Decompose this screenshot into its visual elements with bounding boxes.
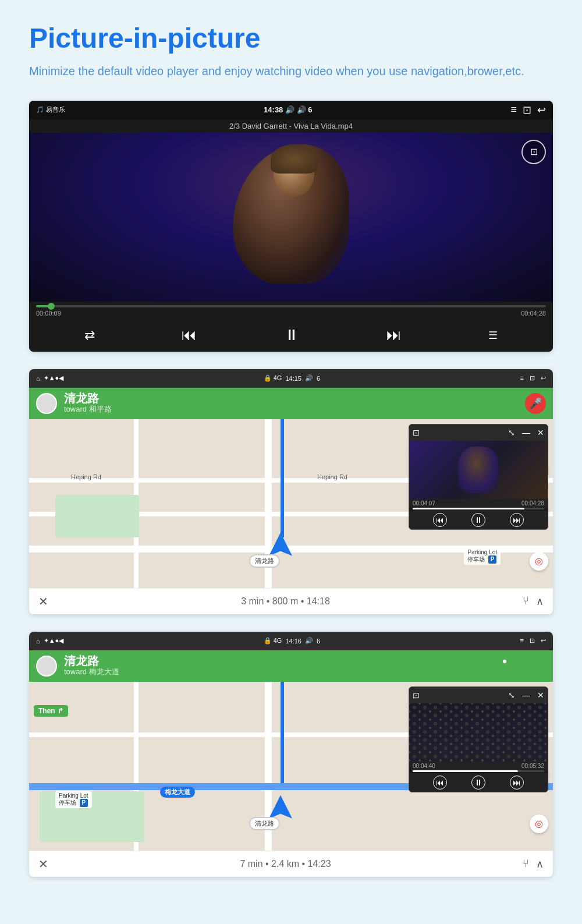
pip-icon-button-2[interactable]: ⊡ xyxy=(413,428,420,437)
nav-street-info-2: 清龙路 toward 和平路 xyxy=(64,392,518,415)
nav-status-center-2: 🔒 4G 14:15 🔊 6 xyxy=(264,374,320,382)
status-bar-1: 🎵 易音乐 14:38 🔊 🔊 6 ≡ ⊡ ↩ xyxy=(29,101,553,119)
prev-button[interactable]: ⏮ xyxy=(182,326,197,344)
window-icon-1[interactable]: ⊡ xyxy=(523,104,531,116)
pip-time-right-3: 00:05:32 xyxy=(521,763,544,769)
pip-resize-button-2[interactable]: ⤡ xyxy=(508,428,515,437)
pip-time-left-3: 00:04:40 xyxy=(413,763,435,769)
back-icon-2[interactable]: ↩ xyxy=(541,374,546,382)
progress-fill-1 xyxy=(36,305,51,307)
road-label-3: 梅龙大道 xyxy=(160,787,195,798)
video-viewport-1: ⊡ xyxy=(29,133,553,302)
pip-pause-button-3[interactable]: ⏸ xyxy=(471,776,485,790)
pip-close-button-3[interactable]: ✕ xyxy=(537,691,544,700)
map-location-pin-2: 清龙路 xyxy=(249,554,280,568)
nav-status-left-2: ⌂ ✦▲●◀ xyxy=(36,374,63,382)
video-progress-1[interactable]: 00:00:09 00:04:28 xyxy=(29,302,553,319)
video-controls-1: ⇄ ⏮ ⏸ ⏭ ☰ xyxy=(29,319,553,352)
pip-toggle-button[interactable]: ⊡ xyxy=(521,140,546,164)
nav-avatar-3 xyxy=(36,656,57,677)
nav-footer-icons-3: ⑂ ∧ xyxy=(523,858,544,870)
nav-close-button-3[interactable]: ✕ xyxy=(38,857,48,871)
nav-street-info-3: 清龙路 toward 梅龙大道 xyxy=(64,655,496,677)
time-current: 00:00:09 xyxy=(36,310,61,317)
pip-prev-button-2[interactable]: ⏮ xyxy=(433,513,447,527)
map-route-3 xyxy=(281,682,284,783)
pip-progress-2[interactable] xyxy=(413,508,544,509)
nav-header-3: 清龙路 toward 梅龙大道 xyxy=(29,650,553,682)
nav-status-left-3: ⌂ ✦▲●◀ xyxy=(36,637,63,645)
pip-toolbar-2: ⊡ ⤡ — ✕ xyxy=(409,424,548,441)
playlist-button[interactable]: ☰ xyxy=(488,329,498,342)
map-green-area-2 xyxy=(55,495,139,537)
then-badge-3: Then ↱ xyxy=(34,705,68,717)
fork-icon-2: ⑂ xyxy=(523,595,529,608)
pause-button[interactable]: ⏸ xyxy=(284,326,299,344)
pip-time-row-3: 00:04:40 00:05:32 xyxy=(409,762,548,770)
nav-status-right-2: ≡ ⊡ ↩ xyxy=(520,374,546,382)
pip-icon-button-3[interactable]: ⊡ xyxy=(413,691,420,700)
menu-icon-2[interactable]: ≡ xyxy=(520,374,524,382)
fork-icon-3: ⑂ xyxy=(523,858,529,870)
nav-app-icons-2: ✦▲●◀ xyxy=(44,374,64,382)
nav-close-button-2[interactable]: ✕ xyxy=(38,594,48,608)
compass-icon-3: ◎ xyxy=(535,818,543,829)
map-label-h2: Heping Rd xyxy=(317,473,347,480)
nav-footer-time-2: 3 min • 800 m • 14:18 xyxy=(241,596,330,606)
progress-thumb-1 xyxy=(48,303,55,310)
screen3-navigation: ⌂ ✦▲●◀ 🔒 4G 14:16 🔊 6 ≡ ⊡ ↩ 清龙路 toward 梅… xyxy=(29,632,553,877)
pip-close-button-2[interactable]: ✕ xyxy=(537,428,544,437)
window-icon-2[interactable]: ⊡ xyxy=(530,374,535,382)
nav-status-right-3: ≡ ⊡ ↩ xyxy=(520,637,546,645)
nav-mic-button-3[interactable] xyxy=(525,656,546,677)
status-bar-left-1: 🎵 易音乐 xyxy=(36,105,65,114)
video-content-1 xyxy=(29,133,553,302)
menu-icon-1[interactable]: ≡ xyxy=(510,104,517,116)
back-icon-3[interactable]: ↩ xyxy=(541,637,546,645)
video-title: 2/3 David Garrett - Viva La Vida.mp4 xyxy=(29,119,553,133)
pip-minimize-button-2[interactable]: — xyxy=(522,428,530,437)
next-button[interactable]: ⏭ xyxy=(386,326,402,344)
nav-footer-3: ✕ 7 min • 2.4 km • 14:23 ⑂ ∧ xyxy=(29,851,553,877)
nav-mic-button-2[interactable]: 🎤 xyxy=(525,393,546,414)
pip-controls-3: ⏮ ⏸ ⏭ xyxy=(409,773,548,792)
nav-street-name-3: 清龙路 xyxy=(64,655,496,667)
status-bar-3: ⌂ ✦▲●◀ 🔒 4G 14:16 🔊 6 ≡ ⊡ ↩ xyxy=(29,632,553,650)
time-total: 00:04:28 xyxy=(521,310,546,317)
home-icon-3: ⌂ xyxy=(36,638,40,645)
turn-icon-3: ↱ xyxy=(58,707,63,715)
nav-footer-time-3: 7 min • 2.4 km • 14:23 xyxy=(240,859,331,869)
volume-icon-3: 🔊 xyxy=(305,637,313,645)
pip-toolbar-3: ⊡ ⤡ — ✕ xyxy=(409,687,548,703)
parking-p-icon-2: P xyxy=(488,555,496,564)
pip-next-button-2[interactable]: ⏭ xyxy=(510,513,524,527)
back-icon-1[interactable]: ↩ xyxy=(537,104,546,116)
repeat-button[interactable]: ⇄ xyxy=(84,328,95,343)
app-icons-1: 🎵 易音乐 xyxy=(36,105,65,114)
expand-icon-3: ∧ xyxy=(536,858,544,870)
pip-resize-button-3[interactable]: ⤡ xyxy=(508,691,515,700)
pip-next-button-3[interactable]: ⏭ xyxy=(510,776,524,790)
map-compass-button-2[interactable]: ◎ xyxy=(530,552,548,571)
pip-video-crowd-3 xyxy=(409,703,548,762)
home-icon-2: ⌂ xyxy=(36,375,40,382)
map-location-pin-3: 清龙路 xyxy=(249,817,280,830)
pip-progress-3[interactable] xyxy=(413,770,544,772)
nav-footer-icons-2: ⑂ ∧ xyxy=(523,595,544,608)
pip-icon: ⊡ xyxy=(530,146,538,157)
map-route-2 xyxy=(281,419,284,537)
pip-prev-button-3[interactable]: ⏮ xyxy=(433,776,447,790)
window-icon-3[interactable]: ⊡ xyxy=(530,637,535,645)
pip-overlay-3: ⊡ ⤡ — ✕ 00:04:40 00:05:32 xyxy=(409,686,548,792)
progress-track-1[interactable] xyxy=(36,305,546,307)
pip-pause-button-2[interactable]: ⏸ xyxy=(471,513,485,527)
nav-street-name-2: 清龙路 xyxy=(64,392,518,404)
map-compass-button-3[interactable]: ◎ xyxy=(530,815,548,833)
status-dot-3 xyxy=(503,660,506,663)
pip-minimize-button-3[interactable]: — xyxy=(522,691,530,700)
volume-icon-2: 🔊 xyxy=(305,374,313,382)
menu-icon-3[interactable]: ≡ xyxy=(520,637,524,645)
pip-video-2 xyxy=(409,441,548,499)
parking-lot-label-2: Parking Lot停车场 P xyxy=(464,548,501,565)
pip-figure-2 xyxy=(458,447,499,493)
